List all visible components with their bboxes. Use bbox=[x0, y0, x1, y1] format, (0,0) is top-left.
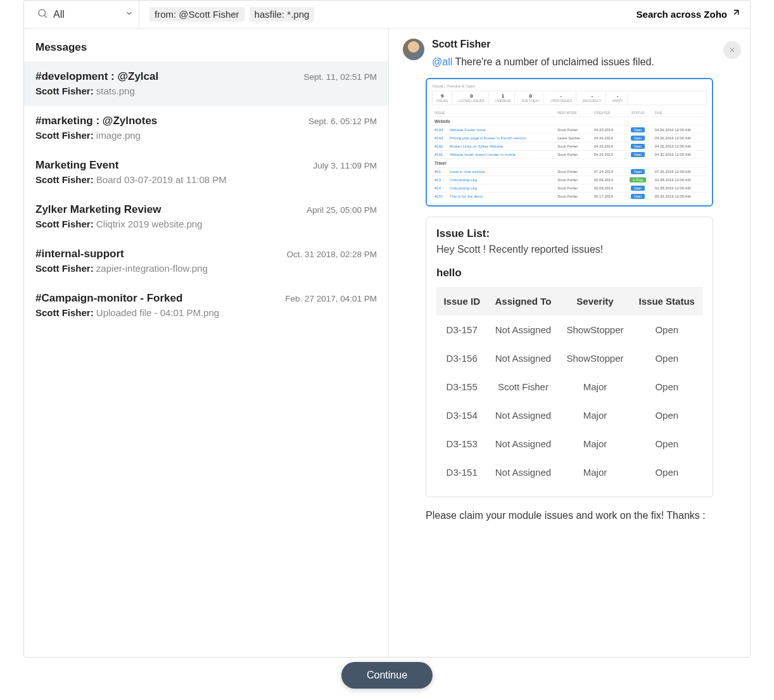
search-chips[interactable]: from: @Scott Fisher hasfile: *.png bbox=[139, 7, 637, 22]
cell-status: Open bbox=[631, 315, 702, 344]
message-title: #Campaign-monitor - Forked bbox=[35, 292, 182, 305]
message-title: #internal-support bbox=[35, 248, 124, 260]
close-button[interactable] bbox=[723, 41, 741, 59]
message-file: image.png bbox=[96, 130, 141, 141]
cell-issue-id: D3-153 bbox=[436, 430, 487, 458]
search-across-link[interactable]: Search across Zoho bbox=[637, 9, 742, 20]
search-bar: All from: @Scott Fisher hasfile: *.png S… bbox=[24, 1, 750, 29]
cell-issue-id: D3-155 bbox=[436, 372, 487, 401]
message-sender: Scott Fisher: bbox=[35, 263, 94, 274]
search-across-label: Search across Zoho bbox=[637, 9, 727, 20]
cell-issue-id: D3-151 bbox=[436, 458, 487, 487]
table-row[interactable]: D3-153 Not Assigned Major Open bbox=[436, 430, 702, 458]
message-time: Feb. 27 2017, 04:01 PM bbox=[285, 294, 377, 303]
cell-severity: Major bbox=[559, 401, 631, 430]
message-file: Cliqtrix 2019 website.png bbox=[96, 219, 203, 229]
cell-status: Open bbox=[631, 430, 702, 458]
issue-table: Issue ID Assigned To Severity Issue Stat… bbox=[436, 287, 702, 487]
message-sender: Scott Fisher: bbox=[35, 130, 94, 141]
message-item[interactable]: #internal-support Oct. 31 2018, 02:28 PM… bbox=[24, 239, 388, 283]
cell-severity: Major bbox=[559, 430, 631, 458]
message-time: April 25, 05:00 PM bbox=[307, 205, 377, 215]
col-issue-id: Issue ID bbox=[436, 287, 487, 315]
cell-assigned: Not Assigned bbox=[487, 401, 559, 430]
chevron-down-icon bbox=[125, 9, 134, 20]
message-time: Sept. 11, 02:51 PM bbox=[303, 72, 377, 82]
continue-button[interactable]: Continue bbox=[341, 662, 433, 689]
search-scope-label: All bbox=[53, 9, 120, 20]
cell-status: Open bbox=[631, 401, 702, 430]
detail-message-text: @all There're a number of unclaimed issu… bbox=[432, 56, 730, 68]
messages-header: Messages bbox=[24, 29, 388, 61]
message-item[interactable]: #marketing : @Zylnotes Sept. 6, 05:12 PM… bbox=[24, 106, 388, 150]
cell-assigned: Not Assigned bbox=[487, 344, 559, 372]
message-sender: Scott Fisher: bbox=[35, 219, 94, 229]
issue-list-title: Issue List: bbox=[436, 227, 702, 240]
cell-assigned: Not Assigned bbox=[487, 315, 559, 344]
search-scope-selector[interactable]: All bbox=[32, 1, 139, 28]
cell-assigned: Scott Fisher bbox=[487, 372, 559, 401]
table-row[interactable]: D3-151 Not Assigned Major Open bbox=[436, 458, 702, 487]
svg-point-0 bbox=[39, 10, 46, 16]
message-file: Uploaded file - 04:01 PM.png bbox=[96, 307, 219, 318]
message-file: stats.png bbox=[96, 86, 135, 96]
table-row[interactable]: D3-157 Not Assigned ShowStopper Open bbox=[436, 315, 702, 344]
message-item[interactable]: Zylker Marketing Review April 25, 05:00 … bbox=[24, 194, 388, 239]
message-detail-pane: Scott Fisher @all There're a number of u… bbox=[389, 29, 750, 657]
external-link-icon bbox=[731, 9, 740, 20]
message-time: Sept. 6, 05:12 PM bbox=[308, 117, 377, 126]
messages-list-pane: Messages #development : @Zylcal Sept. 11… bbox=[24, 29, 389, 657]
issue-list-hello: hello bbox=[436, 267, 702, 279]
cell-severity: Major bbox=[559, 372, 631, 401]
cell-assigned: Not Assigned bbox=[487, 458, 559, 487]
col-severity: Severity bbox=[559, 287, 631, 315]
message-item[interactable]: #development : @Zylcal Sept. 11, 02:51 P… bbox=[24, 61, 388, 106]
preview-breadcrumb: Global › Overdue & Open bbox=[432, 84, 707, 88]
detail-sender-name: Scott Fisher bbox=[432, 39, 730, 50]
message-title: Marketing Event bbox=[35, 159, 118, 172]
cell-severity: Major bbox=[559, 458, 631, 487]
search-chip-from[interactable]: from: @Scott Fisher bbox=[149, 7, 244, 22]
message-title: #development : @Zylcal bbox=[35, 70, 158, 83]
message-sender: Scott Fisher: bbox=[35, 174, 94, 185]
cell-issue-id: D3-157 bbox=[436, 315, 487, 344]
cell-severity: ShowStopper bbox=[559, 344, 631, 372]
mention[interactable]: @all bbox=[432, 56, 452, 67]
svg-line-1 bbox=[44, 15, 46, 17]
table-row[interactable]: D3-156 Not Assigned ShowStopper Open bbox=[436, 344, 702, 372]
message-file: zapier-integration-flow.png bbox=[96, 263, 208, 274]
cell-status: Open bbox=[631, 458, 702, 487]
issue-list-card: Issue List: Hey Scott ! Recently reporte… bbox=[426, 217, 713, 497]
cell-issue-id: D3-156 bbox=[436, 344, 487, 372]
col-status: Issue Status bbox=[631, 287, 702, 315]
table-row[interactable]: D3-155 Scott Fisher Major Open bbox=[436, 372, 702, 401]
cell-status: Open bbox=[631, 344, 702, 372]
col-assigned: Assigned To bbox=[487, 287, 559, 315]
message-item[interactable]: #Campaign-monitor - Forked Feb. 27 2017,… bbox=[24, 283, 388, 328]
cell-severity: ShowStopper bbox=[559, 315, 631, 344]
search-icon bbox=[37, 8, 48, 22]
detail-footer-text: Please claim your module issues and work… bbox=[426, 510, 713, 521]
cell-issue-id: D3-154 bbox=[436, 401, 487, 430]
search-chip-hasfile[interactable]: hasfile: *.png bbox=[250, 7, 315, 22]
message-item[interactable]: Marketing Event July 3, 11:09 PM Scott F… bbox=[24, 150, 388, 194]
close-icon bbox=[728, 46, 736, 54]
cell-assigned: Not Assigned bbox=[487, 430, 559, 458]
attachment-preview[interactable]: Global › Overdue & Open 9Issues0Closed I… bbox=[426, 78, 713, 207]
table-row[interactable]: D3-154 Not Assigned Major Open bbox=[436, 401, 702, 430]
message-file: Board 03-07-2019 at 11:08 PM bbox=[96, 174, 227, 185]
message-time: Oct. 31 2018, 02:28 PM bbox=[286, 250, 377, 259]
message-time: July 3, 11:09 PM bbox=[313, 161, 377, 170]
avatar bbox=[403, 39, 424, 60]
message-title: Zylker Marketing Review bbox=[35, 203, 161, 216]
cell-status: Open bbox=[631, 372, 702, 401]
svg-line-2 bbox=[734, 10, 738, 14]
message-title: #marketing : @Zylnotes bbox=[35, 115, 157, 127]
message-sender: Scott Fisher: bbox=[35, 86, 94, 96]
message-sender: Scott Fisher: bbox=[35, 307, 94, 318]
issue-list-subtitle: Hey Scott ! Recently reported issues! bbox=[436, 244, 702, 255]
